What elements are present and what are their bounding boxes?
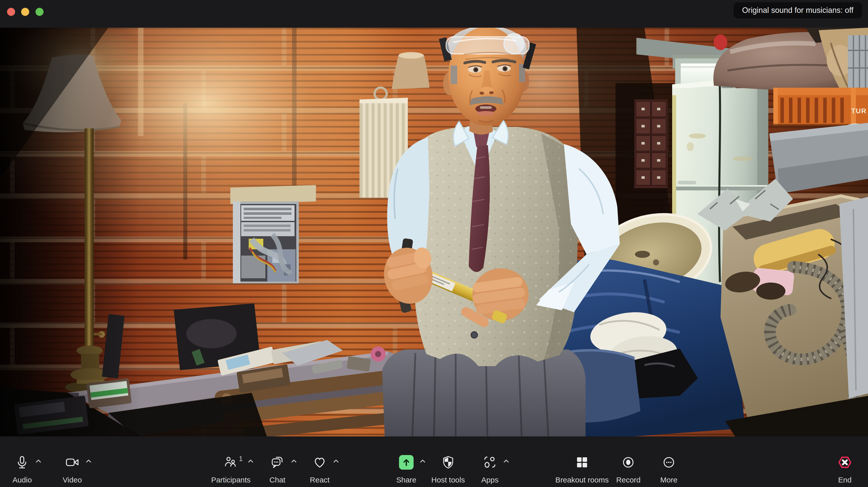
record-dot-icon bbox=[621, 455, 636, 469]
toolbar-label-end: End bbox=[838, 476, 851, 484]
zoom-window-button[interactable] bbox=[35, 8, 43, 16]
toolbar-button-end[interactable]: End bbox=[837, 436, 853, 487]
chevron-up-icon[interactable] bbox=[333, 458, 339, 465]
toolbar-button-record[interactable]: Record bbox=[616, 436, 641, 487]
window-title-bar: Original sound for musicians: off bbox=[0, 0, 868, 28]
toolbar-label-record: Record bbox=[616, 476, 641, 484]
chat-bubble-icon bbox=[270, 455, 284, 469]
main-video-feed: TUR bbox=[0, 28, 868, 436]
apps-circles-icon bbox=[483, 455, 497, 469]
breakout-grid-icon bbox=[575, 455, 589, 469]
toolbar-button-chat[interactable]: Chat bbox=[269, 436, 285, 487]
share-up-arrow-icon bbox=[399, 455, 413, 469]
ellipsis-circle-icon bbox=[662, 455, 676, 469]
toolbar-button-react[interactable]: React bbox=[310, 436, 330, 487]
close-window-button[interactable] bbox=[7, 8, 15, 16]
meeting-toolbar: Audio Video 1 Participants Chat bbox=[0, 436, 868, 487]
toolbar-button-audio[interactable]: Audio bbox=[12, 436, 32, 487]
video-scene: TUR bbox=[0, 28, 868, 436]
toolbar-label-audio: Audio bbox=[12, 476, 32, 484]
crate-label: TUR bbox=[851, 107, 867, 115]
heart-icon bbox=[313, 455, 327, 469]
toolbar-button-share[interactable]: Share bbox=[396, 436, 416, 487]
chevron-up-icon[interactable] bbox=[35, 458, 42, 465]
gray-lattice-crate bbox=[848, 35, 868, 88]
chevron-up-icon[interactable] bbox=[85, 458, 92, 465]
toolbar-button-more[interactable]: More bbox=[660, 436, 677, 487]
video-camera-icon bbox=[65, 455, 79, 469]
toolbar-label-participants: Participants bbox=[211, 476, 251, 484]
toolbar-label-more: More bbox=[660, 476, 677, 484]
original-sound-indicator[interactable]: Original sound for musicians: off bbox=[734, 2, 862, 19]
chevron-up-icon[interactable] bbox=[290, 458, 297, 465]
chevron-up-icon[interactable] bbox=[503, 458, 509, 465]
minimize-window-button[interactable] bbox=[21, 8, 29, 16]
microphone-icon bbox=[15, 455, 29, 469]
participants-icon bbox=[224, 455, 238, 469]
toolbar-label-breakout-rooms: Breakout rooms bbox=[555, 476, 609, 484]
toolbar-button-apps[interactable]: Apps bbox=[481, 436, 498, 487]
toolbar-label-react: React bbox=[310, 476, 330, 484]
toolbar-button-host-tools[interactable]: Host tools bbox=[431, 436, 465, 487]
toolbar-label-video: Video bbox=[63, 476, 82, 484]
zoom-meeting-window: Original sound for musicians: off bbox=[0, 0, 868, 487]
drawer-cabinet bbox=[634, 99, 668, 188]
toolbar-button-breakout-rooms[interactable]: Breakout rooms bbox=[555, 436, 609, 487]
shield-icon bbox=[441, 455, 455, 469]
chevron-up-icon[interactable] bbox=[247, 458, 254, 465]
end-hexagon-x-icon bbox=[837, 454, 853, 470]
toolbar-label-apps: Apps bbox=[481, 476, 498, 484]
participants-count-badge: 1 bbox=[239, 455, 243, 463]
chevron-up-icon[interactable] bbox=[420, 458, 426, 465]
toolbar-label-chat: Chat bbox=[269, 476, 285, 484]
toolbar-label-share: Share bbox=[396, 476, 416, 484]
toolbar-button-video[interactable]: Video bbox=[63, 436, 82, 487]
toolbar-button-participants[interactable]: 1 Participants bbox=[211, 436, 251, 487]
toolbar-label-host-tools: Host tools bbox=[431, 476, 465, 484]
power-cord bbox=[719, 76, 720, 282]
orange-crate: TUR bbox=[773, 88, 868, 127]
